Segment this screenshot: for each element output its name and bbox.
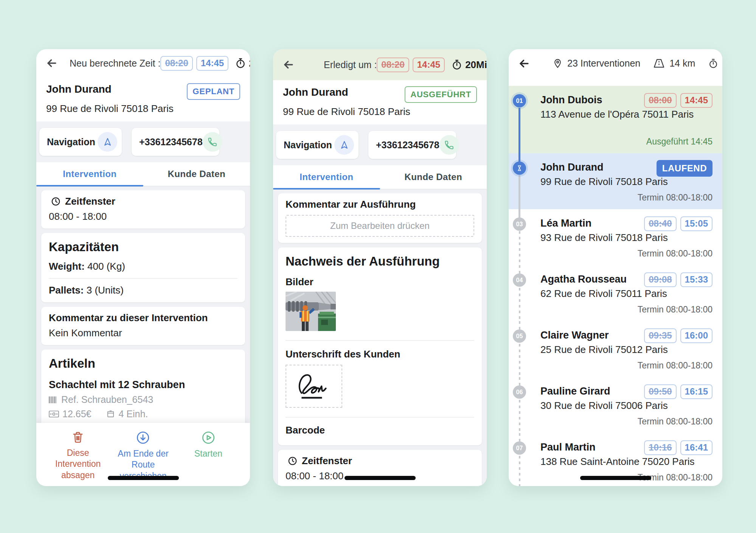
time-window-card: Zeitfenster 08:00 - 18:00 xyxy=(41,190,245,228)
articles-title: Artikeln xyxy=(49,355,238,371)
signature-box xyxy=(286,365,342,408)
route-stop[interactable]: 04 Agatha Rousseau 62 Rue de Rivoli 7501… xyxy=(509,265,722,321)
back-button[interactable] xyxy=(45,57,58,70)
route-stop[interactable]: 05 Claire Wagner 25 Rue de Rivoli 75012 … xyxy=(509,321,722,377)
customer-address: 99 Rue de Rivoli 75018 Paris xyxy=(283,106,477,118)
tab-intervention[interactable]: Intervention xyxy=(36,162,143,186)
barcode-label: Barcode xyxy=(286,424,474,439)
stop-number-badge: 03 xyxy=(513,218,526,231)
old-time-badge: 09:08 xyxy=(644,272,676,287)
detail-header-executed: Erledigt um : 08:20 14:45 20Min xyxy=(273,49,487,80)
timeline-line xyxy=(519,433,520,486)
executed-intervention-screen: Erledigt um : 08:20 14:45 20Min John Dur… xyxy=(273,49,487,486)
route-header: 23 Interventionen 14 km 7h58 xyxy=(509,49,722,78)
comment-value: Kein Kommentar xyxy=(49,327,238,339)
navigation-label: Navigation xyxy=(47,137,95,148)
stop-status-note: Termin 08:00-18:00 xyxy=(638,305,713,315)
signature-label: Unterschrift des Kunden xyxy=(286,348,474,360)
stop-status-note: Termin 08:00-18:00 xyxy=(638,361,713,371)
route-stop-current[interactable]: John Durand 99 Rue de Rivoli 75018 Paris… xyxy=(509,153,722,209)
capacities-title: Kapazitäten xyxy=(49,238,238,254)
stop-address: 62 Rue de Rivoli 75011 Paris xyxy=(540,288,713,300)
timeline-line xyxy=(518,153,520,162)
comment-title: Kommentar zu dieser Intervention xyxy=(49,312,238,324)
article-meta-row: 12.65€ 4 Einh. xyxy=(49,409,238,420)
capacity-weight: Weight: 400 (Kg) xyxy=(49,261,238,272)
call-button[interactable]: +33612345678 xyxy=(368,131,456,159)
interventions-count: 23 Interventionen xyxy=(567,58,640,69)
old-time-badge: 08:40 xyxy=(644,216,676,231)
tab-kunde-daten[interactable]: Kunde Daten xyxy=(143,162,250,186)
stop-address: 25 Rue de Rivoli 75012 Paris xyxy=(540,344,713,356)
trash-icon xyxy=(71,430,85,444)
old-time-badge: 09:35 xyxy=(644,328,676,343)
back-button[interactable] xyxy=(282,58,295,71)
back-arrow-icon xyxy=(282,58,295,71)
running-status-badge: LAUFEND xyxy=(657,160,713,177)
clock-icon xyxy=(51,196,61,207)
worker-photo-illustration xyxy=(286,292,336,331)
stop-number-badge: 06 xyxy=(513,385,526,399)
stop-address: 113 Avenue de l'Opéra 75011 Paris xyxy=(540,109,713,120)
divider xyxy=(49,278,238,279)
clock-icon xyxy=(287,456,298,466)
customer-block: John Durand AUSGEFÜHRT 99 Rue de Rivoli … xyxy=(273,80,487,124)
execution-comment-title: Kommentar zur Ausführung xyxy=(286,199,474,210)
new-time-badge: 16:41 xyxy=(680,440,713,455)
executed-content: Kommentar zur Ausführung Zum Bearbeiten … xyxy=(273,190,487,486)
route-stop[interactable]: 06 Pauline Girard 30 Rue de Rivoli 75006… xyxy=(509,377,722,433)
navigation-button[interactable]: Navigation xyxy=(39,128,122,156)
route-stop[interactable]: 03 Léa Martin 93 Rue de Rivoli 75018 Par… xyxy=(509,209,722,265)
time-badges-group: 08:20 14:45 20Min xyxy=(377,57,487,72)
navigation-icon xyxy=(98,132,117,152)
weight-label: Weight: xyxy=(49,261,85,272)
call-button[interactable]: +33612345678 xyxy=(132,128,219,156)
route-stop-list: 01 John Dubois 113 Avenue de l'Opéra 750… xyxy=(509,78,722,486)
stop-number-badge: 05 xyxy=(513,329,526,343)
back-button[interactable] xyxy=(518,57,531,70)
comment-card: Kommentar zu dieser Intervention Kein Ko… xyxy=(41,307,245,345)
cancel-intervention-button[interactable]: Diese Intervention absagen xyxy=(45,430,110,486)
stop-address: 30 Rue de Rivoli 75006 Paris xyxy=(540,400,713,412)
stop-number-badge: 01 xyxy=(513,94,526,107)
weight-value: 400 (Kg) xyxy=(87,261,125,272)
stop-address: 99 Rue de Rivoli 75018 Paris xyxy=(540,176,713,188)
article-units: 4 Einh. xyxy=(118,409,148,420)
barcode-icon xyxy=(49,396,58,403)
new-time-badge: 16:15 xyxy=(680,384,713,399)
proof-title: Nachweis der Ausführung xyxy=(286,253,474,269)
play-circle-icon xyxy=(201,430,216,445)
duration-value: 20Min xyxy=(465,59,487,71)
status-badge: AUSGEFÜHRT xyxy=(405,86,477,103)
route-stop-done[interactable]: 01 John Dubois 113 Avenue de l'Opéra 750… xyxy=(509,86,722,153)
quick-actions-strip: Navigation +33612345678 xyxy=(36,121,250,162)
proof-photo-thumbnail[interactable] xyxy=(286,292,336,331)
duration-group: 20Min xyxy=(451,59,487,71)
quick-actions-strip: Navigation +33612345678 xyxy=(273,124,487,165)
start-button[interactable]: Starten xyxy=(176,430,241,486)
time-window-title: Zeitfenster xyxy=(65,196,115,207)
timeline-line xyxy=(518,175,520,209)
back-arrow-icon xyxy=(518,57,531,70)
stop-status-note: Termin 08:00-18:00 xyxy=(638,193,713,203)
navigation-button[interactable]: Navigation xyxy=(276,131,359,159)
stopwatch-icon xyxy=(451,59,463,70)
execution-comment-input[interactable]: Zum Bearbeiten drücken xyxy=(286,215,474,237)
location-pin-icon xyxy=(553,58,563,68)
tab-intervention[interactable]: Intervention xyxy=(273,165,380,189)
navigation-label: Navigation xyxy=(284,140,332,151)
customer-block: John Durand GEPLANT 99 Rue de Rivoli 750… xyxy=(36,77,250,121)
divider xyxy=(286,417,474,418)
stop-status-note: Termin 08:00-18:00 xyxy=(638,416,713,427)
phone-number-label: +33612345678 xyxy=(376,140,439,151)
phone-icon xyxy=(203,132,222,152)
old-time-badge: 08:20 xyxy=(377,57,409,72)
cancel-intervention-label: Diese Intervention absagen xyxy=(45,448,110,481)
route-stats: 23 Interventionen 14 km 7h58 xyxy=(553,58,722,69)
new-time-badge: 15:05 xyxy=(680,216,713,231)
new-time-badge: 14:45 xyxy=(680,93,713,108)
proof-card: Nachweis der Ausführung Bilder xyxy=(278,247,482,445)
phone-number-label: +33612345678 xyxy=(139,137,203,148)
execution-comment-card: Kommentar zur Ausführung Zum Bearbeiten … xyxy=(278,193,482,243)
tab-kunde-daten[interactable]: Kunde Daten xyxy=(380,165,487,189)
